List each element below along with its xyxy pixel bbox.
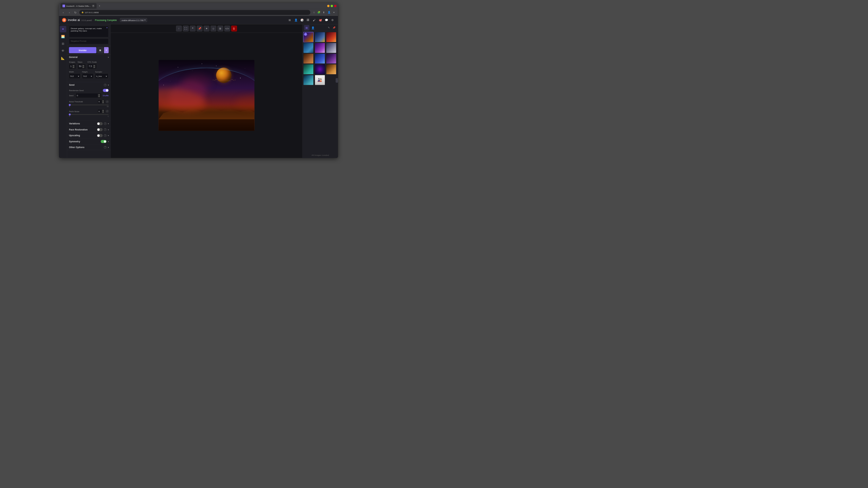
variations-header[interactable]: Variations ? ▾ <box>67 121 111 127</box>
refresh-button[interactable]: ↻ <box>73 10 78 15</box>
pin-button[interactable]: 📌 <box>197 25 202 31</box>
maximize-button[interactable] <box>331 5 333 7</box>
upscaling-chevron[interactable]: ▾ <box>108 135 109 137</box>
seed-chevron-icon[interactable]: ▾ <box>108 84 109 86</box>
steps-input[interactable]: 50 ▲ ▼ <box>78 64 86 69</box>
perlin-slider-thumb[interactable] <box>69 114 71 116</box>
shuffle-button[interactable]: Shuffle <box>103 95 108 97</box>
cfg-input[interactable]: 7.5 ▲ ▼ <box>87 64 97 69</box>
sidebar-item-canvas[interactable]: ⊞ <box>60 40 66 47</box>
seed-input[interactable]: 0 ▲ ▼ <box>76 93 102 98</box>
gallery-item[interactable] <box>326 32 337 42</box>
model-tool-icon[interactable]: 🎲 <box>300 18 304 22</box>
noise-down[interactable]: ▼ <box>102 102 104 103</box>
minimize-button[interactable] <box>327 5 330 7</box>
share-button[interactable]: ↑ <box>176 25 182 31</box>
settings-tool-icon[interactable]: ⚙ <box>330 18 335 22</box>
sidebar-item-generate[interactable]: ✦ <box>60 26 66 32</box>
symmetry-header[interactable]: Symmetry ▾ <box>67 139 111 144</box>
sidebar-item-training[interactable]: 📐 <box>60 55 66 61</box>
images-down-button[interactable]: ▼ <box>72 66 75 68</box>
sidebar-expand-button[interactable]: ‹ <box>336 78 338 83</box>
width-select[interactable]: 512 ▾ <box>69 73 80 79</box>
other-options-header[interactable]: Other Options ? ▾ <box>67 145 111 150</box>
gallery-item[interactable] <box>315 32 325 42</box>
perlin-reset-icon[interactable]: ↺ <box>106 110 108 113</box>
seed-help-icon[interactable]: ? <box>104 84 106 86</box>
delete-button[interactable]: 🗑 <box>231 25 237 31</box>
bookmark-icon[interactable]: ☆ <box>312 10 316 14</box>
gallery-item[interactable] <box>303 75 314 85</box>
person-tool-icon[interactable]: 👤 <box>294 18 298 22</box>
face-restoration-toggle[interactable] <box>97 128 103 131</box>
perlin-value-input[interactable]: 0 ▲ ▼ <box>98 109 105 113</box>
perlin-down[interactable]: ▼ <box>102 111 104 113</box>
symmetry-toggle[interactable] <box>101 140 106 143</box>
general-chevron-icon[interactable]: ▾ <box>108 56 109 58</box>
back-button[interactable]: ‹ <box>61 10 66 15</box>
seed-section-header[interactable]: Seed ? ▾ <box>67 82 111 88</box>
gallery-item[interactable] <box>303 43 314 53</box>
face-restoration-chevron[interactable]: ▾ <box>108 128 109 130</box>
grid-button[interactable]: ⊞ <box>217 25 223 31</box>
negative-prompt-box[interactable]: Negative Prompt <box>69 39 108 44</box>
upscaling-help-icon[interactable]: ? <box>104 134 106 137</box>
other-options-help-icon[interactable]: ? <box>104 146 106 149</box>
variations-help-icon[interactable]: ? <box>104 122 106 125</box>
profile-icon[interactable]: 👤 <box>327 10 331 14</box>
upscaling-header[interactable]: Upscaling ? ▾ <box>67 133 111 139</box>
gallery-item[interactable] <box>303 54 314 64</box>
gallery-tool-icon[interactable]: ⊞ <box>288 18 292 22</box>
positive-prompt-box[interactable]: Distant galaxy, concept art, matte paint… <box>69 26 108 37</box>
star-button[interactable]: ✦ <box>204 25 210 31</box>
sampler-select[interactable]: k_lms ▾ <box>95 73 108 79</box>
perlin-slider-track[interactable] <box>69 114 108 115</box>
gallery-item[interactable] <box>315 54 325 64</box>
fullscreen-button[interactable]: ⛶ <box>183 25 189 31</box>
seed-down-button[interactable]: ▼ <box>98 96 100 97</box>
gallery-edit-icon[interactable]: ✎ <box>327 25 331 30</box>
address-bar[interactable]: 🔒 127.0.0.1:9090 <box>79 10 310 15</box>
symmetry-chevron[interactable]: ▾ <box>108 140 109 142</box>
noise-slider-track[interactable] <box>69 104 108 105</box>
gallery-item[interactable] <box>315 64 325 75</box>
sidebar-item-nodes[interactable]: 👁 <box>60 48 66 54</box>
gallery-item[interactable] <box>326 64 337 75</box>
face-restoration-help-icon[interactable]: ? <box>104 128 106 131</box>
stop-button[interactable]: ⏹ <box>97 47 103 53</box>
randomize-toggle[interactable] <box>103 89 108 92</box>
noise-slider-thumb[interactable] <box>69 104 71 106</box>
height-select[interactable]: 512 ▾ <box>82 73 94 79</box>
invoke-dropdown-button[interactable]: ▼ <box>104 47 109 53</box>
noise-value-input[interactable]: 0 ▲ ▼ <box>98 100 105 104</box>
tab-close-button[interactable]: ✕ <box>92 5 95 7</box>
discord-tool-icon[interactable]: 💬 <box>324 18 329 22</box>
face-button[interactable]: ☺ <box>211 25 216 31</box>
noise-reset-icon[interactable]: ↺ <box>106 100 108 103</box>
download-icon[interactable]: ⬇ <box>322 10 326 14</box>
face-restoration-header[interactable]: Face Restoration ? ▾ <box>67 127 111 133</box>
invoke-button[interactable]: Invoke <box>69 47 96 53</box>
brush-tool-icon[interactable]: 🖌 <box>312 18 317 22</box>
gallery-item[interactable]: 🎎 <box>315 75 325 85</box>
close-button[interactable] <box>334 5 336 7</box>
variations-toggle[interactable] <box>97 122 103 125</box>
image-tool-icon[interactable]: 🖼 <box>306 18 311 22</box>
upscaling-toggle[interactable] <box>97 134 103 137</box>
sidebar-item-gallery[interactable]: 🌅 <box>60 33 66 40</box>
gallery-item[interactable] <box>315 43 325 53</box>
active-tab[interactable]: i InvokeAI - A Stable Diffu... ✕ <box>61 3 97 9</box>
gallery-item[interactable] <box>326 43 337 53</box>
gallery-item[interactable] <box>303 64 314 75</box>
extensions-icon[interactable]: 🧩 <box>317 10 321 14</box>
menu-icon[interactable]: ≡ <box>332 10 336 14</box>
github-tool-icon[interactable]: 🐙 <box>318 18 323 22</box>
code-button[interactable]: </> <box>224 25 230 31</box>
quote-button[interactable]: ❝ <box>190 25 196 31</box>
gallery-item[interactable] <box>326 54 337 64</box>
gallery-tab-grid[interactable]: ⊞ <box>304 25 310 30</box>
gallery-tab-person[interactable]: 👤 <box>310 25 316 30</box>
gallery-item[interactable]: ✓ <box>303 32 314 42</box>
images-input[interactable]: 1 ▲ ▼ <box>69 64 76 69</box>
cfg-down-button[interactable]: ▼ <box>93 66 96 68</box>
